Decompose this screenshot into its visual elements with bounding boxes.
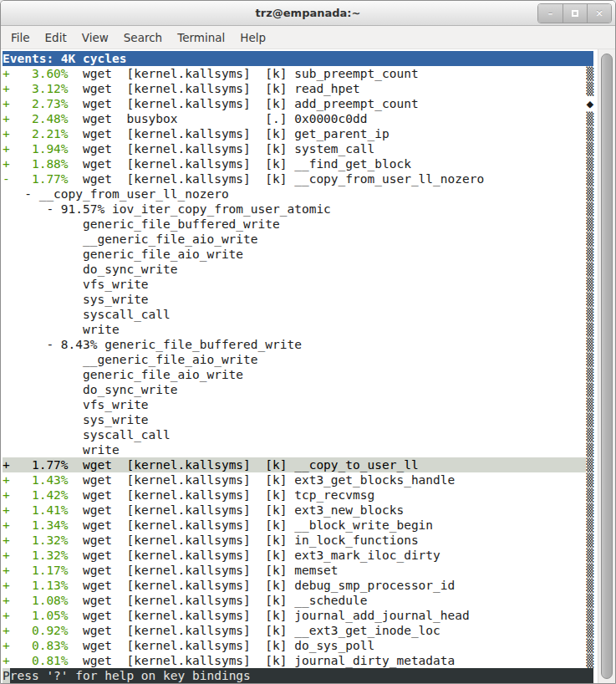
tui-scrollbar-shade: ▒ [586, 277, 593, 292]
perf-entry-row[interactable]: + 2.21% wget [kernel.kallsyms] [k] get_p… [3, 126, 598, 141]
callchain-row[interactable]: vfs_write ▒ [3, 397, 598, 412]
callchain-row[interactable]: sys_write ▒ [3, 292, 598, 307]
tui-scrollbar-shade: ▒ [586, 307, 593, 322]
menu-item-edit[interactable]: Edit [38, 28, 74, 48]
perf-entry-row[interactable]: + 1.08% wget [kernel.kallsyms] [k] __sch… [3, 593, 598, 608]
perf-entry-row[interactable]: + 1.41% wget [kernel.kallsyms] [k] ext3_… [3, 503, 598, 518]
perf-entry-row[interactable]: + 1.42% wget [kernel.kallsyms] [k] tcp_r… [3, 487, 598, 503]
callchain-row[interactable]: - 91.57% iov_iter_copy_from_user_atomic … [3, 202, 598, 217]
tui-scrollbar-shade: ▒ [586, 337, 593, 352]
tui-scrollbar-shade: ▒ [586, 638, 593, 653]
tui-scrollbar-shade: ▒ [586, 81, 593, 96]
close-button[interactable]: ✕ [587, 4, 611, 23]
callchain-row[interactable]: sys_write ▒ [3, 412, 598, 427]
tui-scrollbar-shade: ▒ [586, 141, 593, 156]
tui-scrollbar-shade: ▒ [586, 623, 593, 638]
menu-item-search[interactable]: Search [116, 28, 170, 48]
perf-entry-row[interactable]: + 1.88% wget [kernel.kallsyms] [k] __fin… [3, 156, 598, 171]
tui-scrollbar-shade: ▒ [586, 247, 593, 262]
tui-scrollbar-shade: ▒ [586, 472, 593, 487]
perf-entry-row[interactable]: + 1.94% wget [kernel.kallsyms] [k] syste… [3, 141, 598, 156]
menu-item-file[interactable]: File [3, 28, 38, 48]
tui-scrollbar-shade: ▒ [586, 232, 593, 247]
tui-scrollbar-shade: ▒ [586, 111, 593, 126]
perf-entry-row[interactable]: + 1.32% wget [kernel.kallsyms] [k] ext3_… [3, 548, 598, 563]
tui-scrollbar-shade: ▒ [586, 548, 593, 563]
window-title: trz@empanada:~ [256, 7, 361, 19]
callchain-row[interactable]: generic_file_aio_write ▒ [3, 367, 598, 382]
perf-entry-row[interactable]: + 1.13% wget [kernel.kallsyms] [k] debug… [3, 578, 598, 593]
callchain-row[interactable]: syscall_call ▒ [3, 427, 598, 442]
tui-scrollbar-shade: ▒ [586, 427, 593, 442]
maximize-button[interactable] [563, 4, 587, 23]
menu-item-view[interactable]: View [74, 28, 116, 48]
tui-scrollbar-shade: ▒ [586, 593, 593, 608]
callchain-row[interactable]: write ▒ [3, 442, 598, 457]
perf-entry-row[interactable]: + 1.77% wget [kernel.kallsyms] [k] __cop… [3, 457, 598, 472]
perf-entry-row[interactable]: + 1.43% wget [kernel.kallsyms] [k] ext3_… [3, 472, 598, 487]
tui-scrollbar-shade: ▒ [586, 367, 593, 382]
callchain-row[interactable]: __generic_file_aio_write ▒ [3, 352, 598, 367]
terminal-area: Events: 4K cycles + 3.60% wget [kernel.k… [1, 49, 615, 683]
terminal-cursor: P [3, 668, 10, 683]
tui-scrollbar-shade: ▒ [586, 156, 593, 171]
scrollbar[interactable] [598, 49, 615, 683]
tui-scrollbar-shade: ▒ [586, 382, 593, 397]
callchain-row[interactable]: generic_file_buffered_write ▒ [3, 217, 598, 232]
tui-scrollbar-shade: ▒ [586, 563, 593, 578]
perf-entry-row[interactable]: + 2.48% wget busybox [.] 0x0000c0dd ▒ [3, 111, 598, 126]
callchain-row[interactable]: vfs_write ▒ [3, 277, 598, 292]
callchain-row[interactable]: write ▒ [3, 322, 598, 337]
perf-entry-row[interactable]: + 2.73% wget [kernel.kallsyms] [k] add_p… [3, 96, 598, 111]
menu-item-help[interactable]: Help [232, 28, 273, 48]
callchain-row[interactable]: - __copy_from_user_ll_nozero ▒ [3, 186, 598, 202]
tui-scrollbar-shade: ▒ [586, 487, 593, 503]
callchain-row[interactable]: - 8.43% generic_file_buffered_write ▒ [3, 337, 598, 352]
perf-entry-row[interactable]: + 0.92% wget [kernel.kallsyms] [k] __ext… [3, 623, 598, 638]
perf-entry-row[interactable]: + 1.05% wget [kernel.kallsyms] [k] journ… [3, 608, 598, 623]
terminal-screen[interactable]: Events: 4K cycles + 3.60% wget [kernel.k… [1, 49, 598, 683]
tui-scrollbar-shade: ▒ [586, 186, 593, 202]
tui-scrollbar-shade: ▒ [586, 202, 593, 217]
window-controls: – ✕ [537, 3, 612, 23]
tui-scrollbar-shade: ▒ [586, 578, 593, 593]
menu-item-terminal[interactable]: Terminal [170, 28, 232, 48]
perf-entry-row[interactable]: - 1.77% wget [kernel.kallsyms] [k] __cop… [3, 171, 598, 186]
tui-scrollbar-shade: ▒ [586, 442, 593, 457]
tui-scrollbar-shade: ▒ [586, 66, 593, 81]
menu-bar: FileEditViewSearchTerminalHelp [1, 26, 615, 49]
tui-scrollbar-shade: ▒ [586, 457, 593, 472]
tui-scrollbar-shade: ▒ [586, 503, 593, 518]
maximize-icon [572, 10, 578, 17]
perf-entry-row[interactable]: + 3.12% wget [kernel.kallsyms] [k] read_… [3, 81, 598, 96]
perf-entry-row[interactable]: + 0.83% wget [kernel.kallsyms] [k] do_sy… [3, 638, 598, 653]
tui-scrollbar-shade: ▒ [586, 397, 593, 412]
tui-scrollbar-shade: ▒ [586, 171, 593, 186]
scroll-position-marker-icon: ◆ [586, 96, 593, 111]
perf-rows: + 3.60% wget [kernel.kallsyms] [k] sub_p… [3, 66, 598, 668]
tui-scrollbar-shade: ▒ [586, 292, 593, 307]
status-text: ress '?' for help on key bindings [10, 669, 593, 682]
minimize-button[interactable]: – [538, 4, 563, 23]
perf-entry-row[interactable]: + 1.17% wget [kernel.kallsyms] [k] memse… [3, 563, 598, 578]
tui-scrollbar-shade: ▒ [586, 412, 593, 427]
tui-scrollbar-shade: ▒ [586, 653, 593, 668]
callchain-row[interactable]: __generic_file_aio_write ▒ [3, 232, 598, 247]
scrollbar-thumb[interactable] [601, 54, 613, 679]
callchain-row[interactable]: generic_file_aio_write ▒ [3, 247, 598, 262]
status-bar: Press '?' for help on key bindings [3, 668, 593, 683]
tui-scrollbar-shade: ▒ [586, 217, 593, 232]
callchain-row[interactable]: do_sync_write ▒ [3, 262, 598, 277]
perf-entry-row[interactable]: + 1.32% wget [kernel.kallsyms] [k] in_lo… [3, 533, 598, 548]
perf-entry-row[interactable]: + 0.81% wget [kernel.kallsyms] [k] journ… [3, 653, 598, 668]
tui-scrollbar-shade: ▒ [586, 608, 593, 623]
perf-events-header: Events: 4K cycles [3, 51, 593, 66]
perf-entry-row[interactable]: + 3.60% wget [kernel.kallsyms] [k] sub_p… [3, 66, 598, 81]
callchain-row[interactable]: syscall_call ▒ [3, 307, 598, 322]
tui-scrollbar-shade: ▒ [586, 262, 593, 277]
minimize-icon: – [548, 8, 553, 19]
callchain-row[interactable]: do_sync_write ▒ [3, 382, 598, 397]
title-bar[interactable]: trz@empanada:~ – ✕ [1, 1, 615, 26]
perf-entry-row[interactable]: + 1.34% wget [kernel.kallsyms] [k] __blo… [3, 518, 598, 533]
terminal-window: trz@empanada:~ – ✕ FileEditViewSearchTer… [0, 0, 616, 684]
